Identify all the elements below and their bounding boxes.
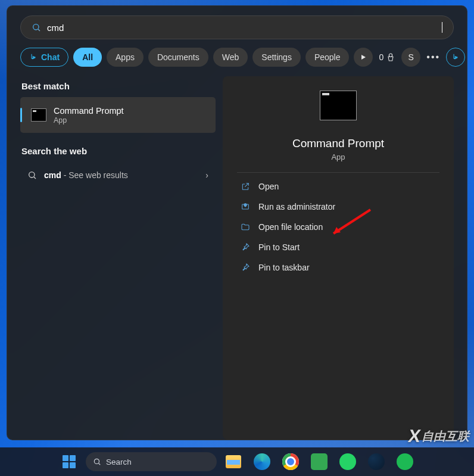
command-prompt-icon [320, 91, 357, 120]
filter-people-label: People [314, 52, 341, 62]
bing-chat-button[interactable] [446, 48, 465, 67]
detail-subtitle: App [331, 153, 345, 161]
taskbar-app-chrome[interactable] [279, 450, 303, 474]
best-match-subtitle: App [54, 116, 124, 125]
steam-icon [368, 453, 385, 470]
more-options-icon[interactable]: ••• [426, 52, 440, 63]
filter-documents-label: Documents [157, 52, 199, 62]
action-run-admin[interactable]: Run as administrator [237, 197, 439, 217]
pin-icon [241, 242, 250, 252]
account-avatar[interactable]: S [401, 48, 420, 67]
taskbar-search[interactable]: Search [86, 452, 217, 471]
rewards-icon [386, 52, 395, 62]
play-icon [360, 54, 366, 60]
text-caret [442, 22, 442, 33]
filter-chat[interactable]: Chat [20, 48, 68, 67]
watermark-text: 自由互联 [422, 428, 469, 444]
taskbar-app-whatsapp[interactable] [336, 450, 360, 474]
action-pin-start[interactable]: Pin to Start [237, 237, 439, 257]
windows-search-panel: cmd Chat All Apps Documents Web Settings… [7, 5, 467, 440]
filter-all[interactable]: All [73, 48, 102, 67]
search-filter-row: Chat All Apps Documents Web Settings Peo… [20, 48, 454, 67]
best-match-item[interactable]: Command Prompt App [20, 97, 216, 133]
rewards-indicator[interactable]: 0 [379, 52, 395, 62]
filter-scroll-right[interactable] [354, 48, 373, 67]
detail-panel: Command Prompt App Open Run as administr… [223, 76, 454, 440]
filter-all-label: All [82, 52, 93, 62]
action-open[interactable]: Open [237, 176, 439, 197]
search-web-heading: Search the web [21, 146, 214, 156]
chevron-right-icon: › [205, 170, 208, 180]
web-search-result[interactable]: cmd - See web results › [20, 162, 216, 188]
chrome-icon [282, 453, 299, 470]
action-pin-taskbar-label: Pin to taskbar [258, 263, 310, 272]
filter-people[interactable]: People [305, 48, 350, 67]
action-open-location-label: Open file location [258, 222, 323, 232]
folder-icon [241, 222, 250, 232]
filter-web-label: Web [222, 52, 239, 62]
spotify-icon [397, 453, 413, 470]
open-icon [241, 182, 250, 191]
filter-settings[interactable]: Settings [252, 48, 301, 67]
action-pin-start-label: Pin to Start [258, 242, 300, 252]
svg-point-0 [33, 24, 39, 30]
filter-apps-label: Apps [116, 52, 135, 62]
windows-logo-icon [63, 455, 76, 468]
action-run-admin-label: Run as administrator [258, 202, 335, 211]
taskbar: Search [0, 447, 474, 476]
detail-title: Command Prompt [292, 137, 384, 150]
search-icon [27, 170, 37, 180]
taskbar-app-steam[interactable] [364, 450, 388, 474]
admin-shield-icon [241, 202, 250, 211]
web-suffix: - See web results [61, 170, 128, 180]
best-match-text: Command Prompt App [54, 106, 124, 125]
svg-line-3 [34, 177, 36, 179]
search-content: Best match Command Prompt App Search the… [20, 76, 454, 440]
command-prompt-icon [31, 108, 46, 122]
search-box[interactable]: cmd [20, 15, 454, 39]
svg-line-1 [38, 29, 40, 31]
best-match-name: Command Prompt [54, 106, 124, 116]
bing-icon [29, 52, 38, 63]
rewards-points: 0 [379, 52, 383, 62]
file-explorer-icon [226, 455, 241, 468]
search-query-text: cmd [47, 23, 442, 33]
search-icon [32, 23, 41, 32]
action-open-label: Open [258, 182, 279, 191]
start-button[interactable] [57, 450, 81, 474]
svg-point-2 [29, 172, 35, 178]
watermark-x-icon: X [407, 426, 421, 446]
google-chat-icon [311, 453, 328, 470]
taskbar-app-file-explorer[interactable] [222, 450, 245, 474]
svg-point-5 [94, 459, 99, 463]
taskbar-app-google-chat[interactable] [307, 450, 331, 474]
web-term: cmd [44, 170, 61, 180]
filter-documents[interactable]: Documents [148, 48, 208, 67]
pin-icon [241, 263, 250, 272]
search-header-controls: 0 S ••• [354, 48, 465, 67]
edge-icon [254, 453, 270, 470]
whatsapp-icon [339, 453, 356, 470]
filter-settings-label: Settings [261, 52, 292, 62]
best-match-heading: Best match [21, 81, 214, 91]
watermark: X 自由互联 [408, 426, 469, 446]
search-icon [93, 458, 101, 466]
svg-line-6 [98, 463, 100, 465]
taskbar-search-placeholder: Search [106, 458, 132, 466]
taskbar-app-spotify[interactable] [393, 450, 417, 474]
filter-apps[interactable]: Apps [107, 48, 144, 67]
bing-icon [451, 52, 460, 63]
results-left-column: Best match Command Prompt App Search the… [20, 76, 216, 440]
taskbar-app-edge[interactable] [250, 450, 274, 474]
filter-web[interactable]: Web [213, 48, 248, 67]
action-pin-taskbar[interactable]: Pin to taskbar [237, 257, 439, 278]
detail-header: Command Prompt App [237, 86, 439, 161]
divider [237, 172, 439, 173]
action-open-location[interactable]: Open file location [237, 217, 439, 237]
filter-chat-label: Chat [41, 52, 60, 62]
avatar-letter: S [408, 52, 414, 62]
